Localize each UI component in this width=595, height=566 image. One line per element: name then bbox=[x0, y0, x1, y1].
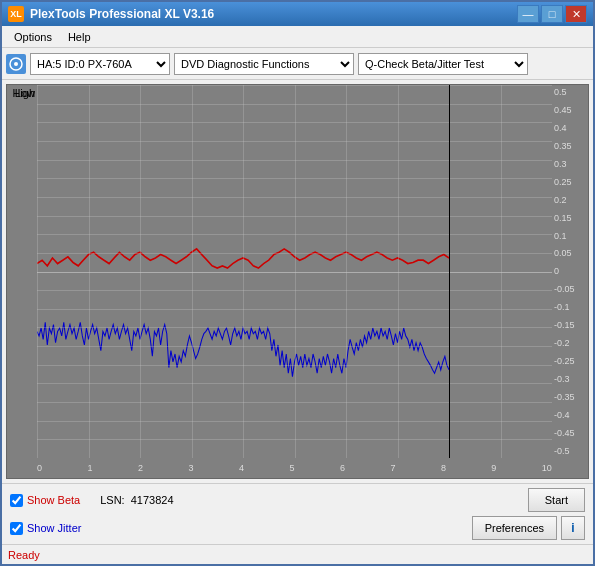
y-label-17: -0.35 bbox=[554, 392, 575, 402]
bottom-row2: Show Jitter Preferences i bbox=[10, 516, 585, 540]
y-label-16: -0.3 bbox=[554, 374, 570, 384]
grid-v-9 bbox=[501, 85, 502, 458]
start-button[interactable]: Start bbox=[528, 488, 585, 512]
title-bar: XL PlexTools Professional XL V3.16 — □ ✕ bbox=[2, 2, 593, 26]
minimize-button[interactable]: — bbox=[517, 5, 539, 23]
y-label-3: 0.35 bbox=[554, 141, 572, 151]
y-label-9: 0.05 bbox=[554, 248, 572, 258]
menu-help[interactable]: Help bbox=[60, 29, 99, 45]
menu-bar: Options Help bbox=[2, 26, 593, 48]
grid-v-6 bbox=[346, 85, 347, 458]
test-select[interactable]: Q-Check Beta/Jitter Test bbox=[358, 53, 528, 75]
x-label-7: 7 bbox=[390, 463, 395, 473]
show-beta-checkbox[interactable] bbox=[10, 494, 23, 507]
drive-select[interactable]: HA:5 ID:0 PX-760A bbox=[30, 53, 170, 75]
function-select[interactable]: DVD Diagnostic Functions bbox=[174, 53, 354, 75]
y-label-7: 0.15 bbox=[554, 213, 572, 223]
show-beta-checkbox-item: Show Beta bbox=[10, 494, 80, 507]
grid-v-7 bbox=[398, 85, 399, 458]
drive-icon bbox=[6, 54, 26, 74]
title-controls: — □ ✕ bbox=[517, 5, 587, 23]
toolbar: HA:5 ID:0 PX-760A DVD Diagnostic Functio… bbox=[2, 48, 593, 80]
close-button[interactable]: ✕ bbox=[565, 5, 587, 23]
y-label-0: 0.5 bbox=[554, 87, 567, 97]
grid-v-0 bbox=[37, 85, 38, 458]
y-label-11: -0.05 bbox=[554, 284, 575, 294]
x-label-4: 4 bbox=[239, 463, 244, 473]
x-axis: 0 1 2 3 4 5 6 7 8 9 10 bbox=[37, 458, 552, 478]
grid-v-4 bbox=[243, 85, 244, 458]
info-button[interactable]: i bbox=[561, 516, 585, 540]
grid-v-3 bbox=[192, 85, 193, 458]
grid-v-5 bbox=[295, 85, 296, 458]
y-label-15: -0.25 bbox=[554, 356, 575, 366]
lsn-info: LSN: 4173824 bbox=[100, 494, 173, 506]
chart-area: High Low 0.5 0.45 0.4 0.35 0.3 0.25 0.2 … bbox=[6, 84, 589, 479]
y-label-18: -0.4 bbox=[554, 410, 570, 420]
menu-options[interactable]: Options bbox=[6, 29, 60, 45]
preferences-button[interactable]: Preferences bbox=[472, 516, 557, 540]
x-label-5: 5 bbox=[289, 463, 294, 473]
svg-point-1 bbox=[14, 62, 18, 66]
bottom-panel: Show Beta LSN: 4173824 Start Show Jitter… bbox=[2, 483, 593, 544]
x-label-10: 10 bbox=[542, 463, 552, 473]
lsn-label: LSN: bbox=[100, 494, 124, 506]
grid-v-1 bbox=[89, 85, 90, 458]
show-beta-label: Show Beta bbox=[27, 494, 80, 506]
status-text: Ready bbox=[8, 549, 40, 561]
cursor-line bbox=[449, 85, 450, 458]
maximize-button[interactable]: □ bbox=[541, 5, 563, 23]
y-label-8: 0.1 bbox=[554, 231, 567, 241]
window-title: PlexTools Professional XL V3.16 bbox=[30, 7, 214, 21]
app-icon: XL bbox=[8, 6, 24, 22]
grid-v-2 bbox=[140, 85, 141, 458]
x-label-6: 6 bbox=[340, 463, 345, 473]
y-axis-right: 0.5 0.45 0.4 0.35 0.3 0.25 0.2 0.15 0.1 … bbox=[552, 85, 588, 458]
right-buttons: Preferences i bbox=[472, 516, 585, 540]
y-label-2: 0.4 bbox=[554, 123, 567, 133]
y-label-5: 0.25 bbox=[554, 177, 572, 187]
disc-icon bbox=[9, 57, 23, 71]
y-label-19: -0.45 bbox=[554, 428, 575, 438]
lsn-value: 4173824 bbox=[131, 494, 174, 506]
main-window: XL PlexTools Professional XL V3.16 — □ ✕… bbox=[0, 0, 595, 566]
x-label-1: 1 bbox=[87, 463, 92, 473]
x-label-9: 9 bbox=[491, 463, 496, 473]
y-label-20: -0.5 bbox=[554, 446, 570, 456]
x-label-3: 3 bbox=[188, 463, 193, 473]
title-bar-left: XL PlexTools Professional XL V3.16 bbox=[8, 6, 214, 22]
y-label-12: -0.1 bbox=[554, 302, 570, 312]
show-jitter-checkbox-item: Show Jitter bbox=[10, 522, 81, 535]
y-label-13: -0.15 bbox=[554, 320, 575, 330]
bottom-row1: Show Beta LSN: 4173824 Start bbox=[10, 488, 585, 512]
show-jitter-label: Show Jitter bbox=[27, 522, 81, 534]
y-axis-low-label: Low bbox=[7, 85, 37, 458]
status-bar: Ready bbox=[2, 544, 593, 564]
y-label-6: 0.2 bbox=[554, 195, 567, 205]
y-label-14: -0.2 bbox=[554, 338, 570, 348]
x-label-8: 8 bbox=[441, 463, 446, 473]
show-jitter-checkbox[interactable] bbox=[10, 522, 23, 535]
y-label-10: 0 bbox=[554, 266, 559, 276]
y-label-4: 0.3 bbox=[554, 159, 567, 169]
y-label-1: 0.45 bbox=[554, 105, 572, 115]
x-label-0: 0 bbox=[37, 463, 42, 473]
x-label-2: 2 bbox=[138, 463, 143, 473]
plot-area bbox=[37, 85, 552, 458]
